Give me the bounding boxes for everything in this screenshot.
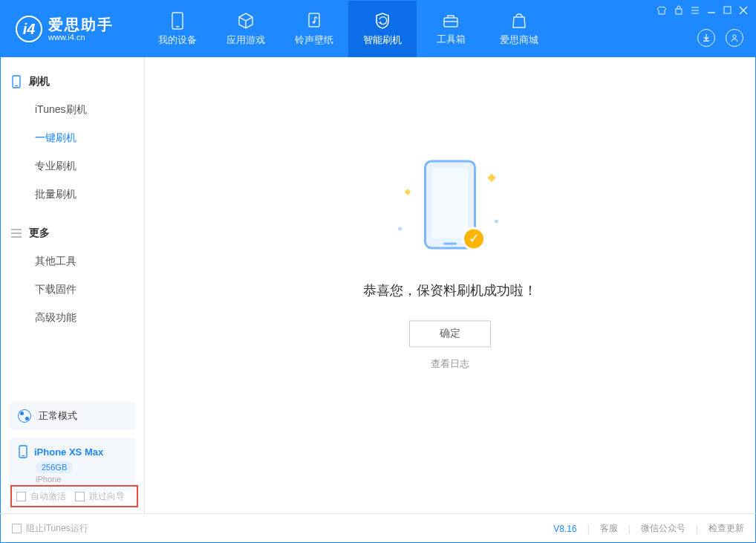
tab-flash[interactable]: 智能刷机 (348, 1, 417, 57)
shirt-icon[interactable] (656, 6, 667, 15)
spark-icon (487, 173, 495, 181)
checkbox-block-itunes[interactable] (12, 524, 22, 533)
svg-rect-11 (22, 455, 25, 456)
checkbox-auto-activate[interactable] (16, 492, 26, 501)
note-icon (305, 11, 323, 30)
mode-card[interactable]: 正常模式 (9, 402, 135, 430)
close-icon[interactable] (739, 6, 748, 15)
tab-my-device[interactable]: 我的设备 (143, 1, 212, 57)
checkbox-skip-guide[interactable] (75, 492, 85, 501)
tab-ringtones[interactable]: 铃声壁纸 (280, 1, 348, 57)
tab-toolbox[interactable]: 工具箱 (417, 1, 485, 57)
maximize-icon[interactable] (723, 6, 731, 14)
auto-activate-label: 自动激活 (30, 490, 66, 503)
lock-icon[interactable] (674, 5, 683, 15)
sidebar-head-label: 更多 (29, 227, 50, 240)
menu-icon[interactable] (691, 6, 700, 15)
spark-icon (405, 189, 411, 195)
svg-rect-1 (176, 26, 179, 27)
minimize-icon[interactable] (707, 6, 716, 15)
sidebar-item-label: 批量刷机 (35, 188, 76, 200)
svg-rect-2 (309, 13, 319, 27)
highlight-options: 自动激活 跳过向导 (10, 485, 138, 507)
logo-icon: i4 (16, 16, 42, 42)
main-content: ✓ 恭喜您，保资料刷机成功啦！ 确定 查看日志 (145, 57, 755, 513)
ok-button[interactable]: 确定 (409, 320, 491, 347)
dot-icon (495, 219, 498, 223)
sidebar-head-label: 刷机 (29, 75, 50, 88)
window-controls (656, 5, 748, 15)
sidebar: 刷机 iTunes刷机 一键刷机 专业刷机 批量刷机 更多 其他工具 下载固件 … (1, 57, 145, 513)
sidebar-head-flash: 刷机 (1, 71, 144, 93)
svg-point-7 (733, 35, 736, 38)
tab-label: 爱思商城 (500, 33, 538, 47)
block-itunes-label: 阻止iTunes运行 (26, 522, 88, 535)
sidebar-item-label: 一键刷机 (35, 131, 76, 143)
sidebar-item-batch[interactable]: 批量刷机 (1, 181, 144, 209)
user-icon[interactable] (726, 29, 743, 47)
tab-label: 铃声壁纸 (295, 33, 333, 47)
list-icon (11, 229, 22, 238)
sidebar-item-other[interactable]: 其他工具 (1, 247, 144, 276)
wechat-link[interactable]: 微信公众号 (641, 522, 685, 535)
device-type: iPhone (36, 475, 126, 484)
sidebar-item-download[interactable]: 下载固件 (1, 276, 144, 304)
skip-guide-label: 跳过向导 (89, 490, 125, 503)
tab-label: 我的设备 (158, 33, 197, 47)
view-log-link[interactable]: 查看日志 (363, 357, 537, 371)
sidebar-item-label: 其他工具 (35, 255, 76, 267)
logo[interactable]: i4 爱思助手 www.i4.cn (16, 16, 114, 42)
top-tabs: 我的设备 应用游戏 铃声壁纸 智能刷机 工具箱 爱思商城 (143, 1, 553, 57)
support-link[interactable]: 客服 (600, 522, 618, 535)
svg-rect-4 (444, 18, 457, 27)
sidebar-item-pro[interactable]: 专业刷机 (1, 152, 144, 181)
phone-icon (11, 75, 22, 88)
tab-label: 智能刷机 (363, 33, 402, 47)
sidebar-item-label: 下载固件 (35, 283, 76, 295)
device-icon (169, 11, 186, 30)
app-title: 爱思助手 (48, 16, 114, 33)
svg-point-3 (313, 21, 316, 24)
device-capacity: 256GB (36, 461, 73, 473)
tab-label: 应用游戏 (227, 33, 265, 47)
app-subtitle: www.i4.cn (48, 33, 114, 42)
device-card[interactable]: iPhone XS Max 256GB iPhone (9, 438, 135, 491)
sidebar-item-label: iTunes刷机 (35, 103, 87, 115)
sidebar-head-more: 更多 (1, 222, 144, 244)
toolbox-icon (441, 12, 460, 30)
sidebar-item-oneclick[interactable]: 一键刷机 (1, 124, 144, 152)
version-label: V8.16 (553, 524, 576, 534)
svg-rect-5 (676, 9, 682, 14)
tab-label: 工具箱 (437, 33, 466, 46)
download-icon[interactable] (697, 29, 715, 47)
sidebar-item-advanced[interactable]: 高级功能 (1, 304, 144, 332)
footer: 阻止iTunes运行 V8.16 | 客服 | 微信公众号 | 检查更新 (0, 513, 756, 543)
success-illustration: ✓ (383, 152, 517, 264)
sidebar-item-label: 专业刷机 (35, 160, 76, 172)
mode-icon (18, 409, 31, 423)
user-icons (697, 29, 743, 47)
tab-apps[interactable]: 应用游戏 (212, 1, 280, 57)
phone-icon (18, 445, 28, 458)
bag-icon (510, 11, 528, 30)
mode-label: 正常模式 (39, 409, 77, 423)
sidebar-item-label: 高级功能 (35, 311, 76, 323)
header: i4 爱思助手 www.i4.cn 我的设备 应用游戏 铃声壁纸 智能刷机 工具… (1, 1, 755, 57)
dot-icon (398, 227, 402, 230)
svg-rect-6 (724, 7, 731, 13)
shield-icon (374, 11, 391, 30)
check-badge-icon: ✓ (462, 227, 486, 250)
success-message: 恭喜您，保资料刷机成功啦！ (363, 282, 537, 299)
tab-store[interactable]: 爱思商城 (485, 1, 553, 57)
cube-icon (236, 11, 255, 30)
update-link[interactable]: 检查更新 (708, 522, 744, 535)
svg-rect-9 (15, 85, 18, 86)
sidebar-item-itunes[interactable]: iTunes刷机 (1, 96, 144, 124)
device-name: iPhone XS Max (34, 446, 103, 458)
